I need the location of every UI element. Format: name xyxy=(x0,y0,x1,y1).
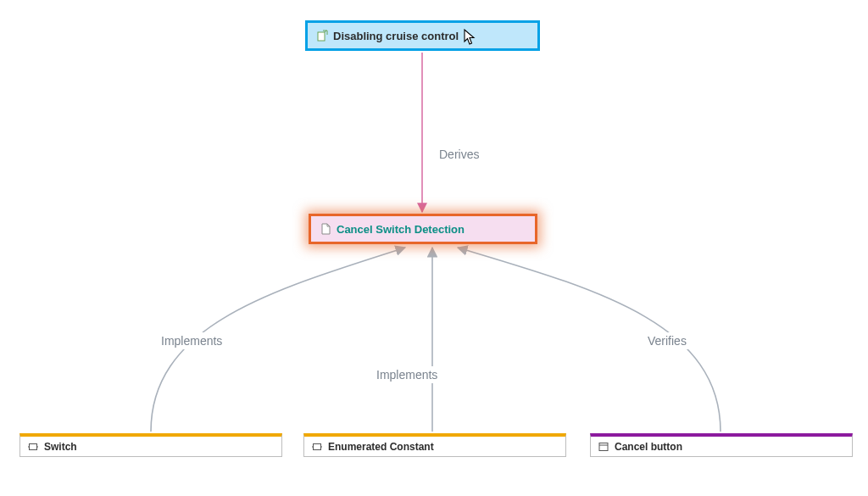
node-label: Disabling cruise control xyxy=(333,30,459,42)
node-label: Cancel Switch Detection xyxy=(337,223,465,236)
edge-label-implements-1: Implements xyxy=(158,332,225,349)
document-icon xyxy=(320,223,331,235)
edge-label-derives: Derives xyxy=(436,146,482,163)
block-icon xyxy=(27,441,39,453)
edge-label-verifies: Verifies xyxy=(644,332,690,349)
window-icon xyxy=(598,441,609,453)
node-cancel-button[interactable]: Cancel button xyxy=(590,433,853,457)
node-enumerated-constant[interactable]: Enumerated Constant xyxy=(303,433,566,457)
svg-rect-7 xyxy=(599,443,608,450)
node-cancel-switch-detection[interactable]: Cancel Switch Detection xyxy=(309,214,537,244)
node-disabling-cruise-control[interactable]: Disabling cruise control xyxy=(305,20,540,51)
block-icon xyxy=(311,441,323,453)
svg-rect-4 xyxy=(314,443,321,449)
edges-layer xyxy=(0,0,868,496)
node-label: Cancel button xyxy=(615,441,682,453)
node-label: Enumerated Constant xyxy=(328,441,434,453)
document-edit-icon xyxy=(316,30,328,42)
node-switch[interactable]: Switch xyxy=(19,433,282,457)
svg-rect-0 xyxy=(318,32,325,41)
svg-rect-1 xyxy=(30,443,37,449)
edge-label-implements-2: Implements xyxy=(373,366,441,383)
node-label: Switch xyxy=(44,441,77,453)
